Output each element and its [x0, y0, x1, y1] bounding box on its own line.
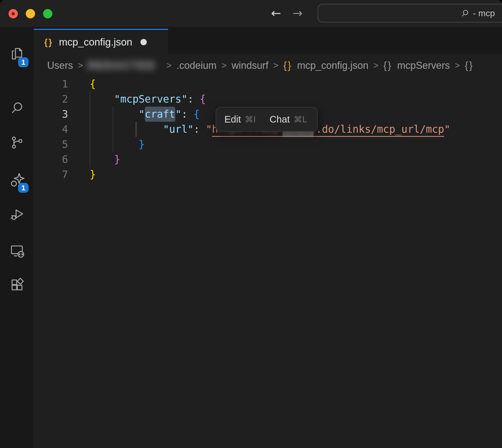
breadcrumb-item-users[interactable]: Users — [47, 60, 73, 71]
edit-shortcut: ⌘I — [245, 114, 256, 124]
brace-token: { — [90, 78, 96, 90]
key-token: "mcpServers" — [114, 93, 187, 105]
selected-text-craft[interactable]: craft — [145, 107, 175, 122]
brace-token: } — [114, 154, 120, 165]
line-number: 5 — [34, 137, 68, 152]
traffic-light-close-button[interactable] — [9, 9, 18, 18]
colon-token: : — [187, 93, 200, 105]
line-number-active: 3 — [34, 107, 68, 122]
traffic-light-zoom-button[interactable] — [43, 9, 52, 18]
chevron-right-icon: > — [373, 60, 379, 70]
brace-token: { — [200, 93, 206, 105]
key-token: "url" — [163, 123, 193, 135]
sidebar-item-codeium-ai[interactable]: 1 — [0, 164, 34, 194]
line-number: 7 — [34, 167, 68, 182]
code-line-1[interactable]: 1 { — [34, 76, 502, 92]
quote-token: " — [444, 123, 450, 135]
chat-button[interactable]: Chat — [269, 114, 290, 125]
unsaved-changes-dot[interactable] — [140, 39, 147, 45]
line-number: 6 — [34, 152, 68, 167]
breadcrumb-item-codeium[interactable]: .codeium — [176, 60, 216, 71]
json-object-icon: {} — [283, 60, 292, 71]
title-bar: ← → - mcp — [0, 0, 502, 27]
tab-label: mcp_config.json — [59, 36, 132, 48]
traffic-light-minimize-button[interactable] — [26, 9, 35, 18]
json-object-icon: {} — [44, 37, 53, 47]
line-number: 2 — [34, 92, 68, 107]
breadcrumb: Users > REDACTED > .codeium > windsurf >… — [34, 54, 502, 76]
sidebar-item-search[interactable] — [0, 93, 34, 123]
indent — [90, 93, 114, 105]
indent — [90, 108, 139, 120]
quote-token: " — [206, 123, 212, 135]
search-icon — [460, 9, 470, 19]
code-line-5[interactable]: 5 } — [34, 137, 502, 152]
breadcrumb-item-windsurf[interactable]: windsurf — [232, 60, 268, 71]
chevron-right-icon: > — [78, 60, 83, 70]
brace-token: } — [90, 169, 96, 180]
edit-button[interactable]: Edit — [224, 114, 241, 125]
sidebar-item-extensions[interactable] — [0, 270, 34, 300]
inline-ai-action-tooltip: Edit ⌘I Chat ⌘L — [216, 107, 318, 132]
colon-token: : — [181, 108, 194, 120]
windsurf-window: ← → - mcp 1 — [0, 0, 502, 448]
sidebar-item-source-control[interactable] — [0, 127, 34, 158]
navigate-back-button[interactable]: ← — [271, 5, 281, 21]
sidebar-item-run-debug[interactable] — [0, 199, 34, 229]
indent — [90, 123, 163, 135]
chevron-right-icon: > — [455, 60, 460, 70]
command-center-search-box[interactable]: - mcp — [318, 4, 502, 22]
indent-guide — [113, 107, 113, 152]
window-title-fragment: - mcp — [473, 8, 495, 18]
activity-bar: 1 — [0, 27, 34, 448]
quote-token: " — [139, 108, 145, 120]
json-object-icon: {} — [383, 60, 392, 71]
indent-guide — [90, 92, 90, 167]
colon-token: : — [194, 123, 206, 135]
url-end: .do/links/mcp_url/mcp — [316, 123, 444, 135]
tab-mcp-config-json[interactable]: {} mcp_config.json — [34, 29, 168, 54]
brace-token: } — [139, 138, 145, 150]
line-number: 1 — [34, 76, 68, 92]
navigate-forward-button[interactable]: → — [292, 5, 303, 21]
indent-guide-active — [136, 122, 136, 137]
line-number: 4 — [34, 122, 68, 137]
breadcrumb-item-file[interactable]: mcp_config.json — [297, 60, 368, 71]
explorer-badge: 1 — [18, 57, 29, 67]
indent — [90, 154, 114, 165]
breadcrumb-item-mcpservers[interactable]: mcpServers — [397, 60, 450, 71]
json-object-icon: {} — [465, 60, 474, 71]
codeium-badge: 1 — [18, 183, 29, 193]
code-line-2[interactable]: 2 "mcpServers": { — [34, 92, 502, 107]
code-line-6[interactable]: 6 } — [34, 152, 502, 167]
chevron-right-icon: > — [273, 60, 278, 70]
chat-shortcut: ⌘L — [294, 114, 307, 124]
tab-bar: {} mcp_config.json — [34, 27, 502, 54]
quote-token: " — [175, 108, 181, 120]
sidebar-item-explorer[interactable]: 1 — [0, 39, 34, 69]
brace-token: { — [194, 108, 200, 120]
indent — [90, 138, 139, 150]
chevron-right-icon: > — [167, 60, 172, 70]
code-line-7[interactable]: 7 } — [34, 167, 502, 182]
breadcrumb-item-username-redacted[interactable]: REDACTED — [88, 60, 162, 71]
chevron-right-icon: > — [221, 60, 227, 70]
sidebar-item-remote-explorer[interactable] — [0, 236, 34, 266]
